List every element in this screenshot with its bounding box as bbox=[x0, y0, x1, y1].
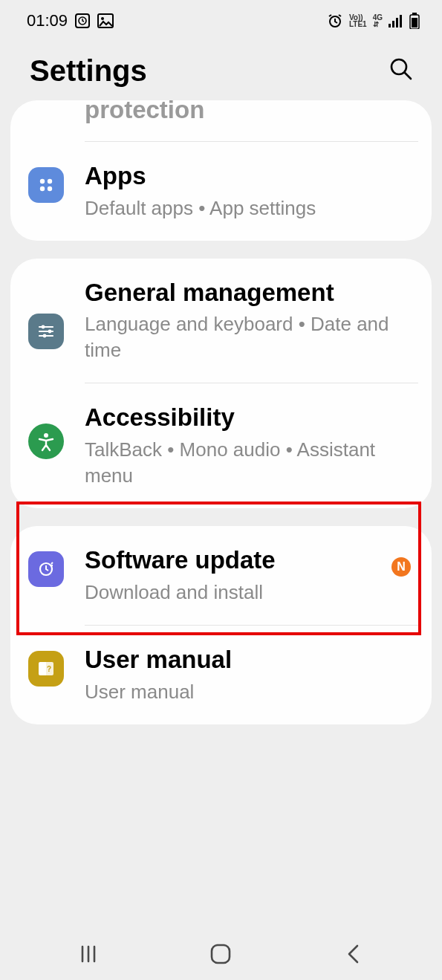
row-subtitle: Language and keyboard • Date and time bbox=[85, 311, 411, 363]
clock-app-icon bbox=[75, 13, 90, 28]
svg-rect-8 bbox=[400, 15, 402, 27]
svg-point-3 bbox=[101, 17, 104, 20]
svg-text:?: ? bbox=[47, 665, 51, 673]
row-subtitle: TalkBack • Mono audio • Assistant menu bbox=[85, 437, 411, 489]
alarm-icon bbox=[327, 13, 343, 29]
home-icon bbox=[209, 943, 232, 965]
list-item-software-update[interactable]: Software update Download and install N bbox=[10, 526, 432, 625]
recents-button[interactable] bbox=[51, 944, 126, 964]
svg-rect-23 bbox=[212, 945, 230, 963]
list-item-privacy-partial[interactable]: protection bbox=[10, 100, 432, 141]
partial-title: protection bbox=[85, 100, 411, 122]
status-time: 01:09 bbox=[27, 11, 68, 30]
volte-icon: Vo))LTE1 bbox=[349, 14, 367, 27]
list-item-accessibility[interactable]: Accessibility TalkBack • Mono audio • As… bbox=[10, 383, 432, 508]
row-subtitle: Default apps • App settings bbox=[85, 195, 411, 221]
row-title: User manual bbox=[85, 645, 411, 675]
row-subtitle: User manual bbox=[85, 679, 411, 705]
list-item-general-management[interactable]: General management Language and keyboard… bbox=[10, 259, 432, 383]
page-title: Settings bbox=[30, 54, 147, 88]
svg-rect-7 bbox=[396, 18, 398, 27]
row-subtitle: Download and install bbox=[85, 580, 384, 606]
book-icon: ? bbox=[28, 651, 64, 687]
search-button[interactable] bbox=[389, 56, 414, 85]
network-4g-icon: 4G⇵ bbox=[373, 14, 383, 27]
list-item-user-manual[interactable]: ? User manual User manual bbox=[10, 626, 432, 724]
recents-icon bbox=[79, 944, 98, 964]
svg-point-20 bbox=[44, 433, 48, 438]
list-item-apps[interactable]: Apps Default apps • App settings bbox=[10, 142, 432, 241]
svg-point-15 bbox=[40, 186, 45, 191]
svg-rect-6 bbox=[392, 21, 394, 27]
image-icon bbox=[97, 13, 114, 28]
svg-point-12 bbox=[391, 59, 406, 74]
battery-icon bbox=[409, 13, 420, 29]
row-title: General management bbox=[85, 278, 411, 308]
svg-point-13 bbox=[40, 179, 45, 184]
status-bar: 01:09 Vo))LTE1 4G⇵ bbox=[0, 0, 442, 41]
row-title: Apps bbox=[85, 161, 411, 191]
search-icon bbox=[389, 56, 414, 82]
settings-card: Software update Download and install N ?… bbox=[10, 526, 432, 724]
svg-point-16 bbox=[48, 186, 52, 191]
notification-badge: N bbox=[391, 557, 411, 577]
signal-icon bbox=[389, 14, 403, 27]
row-title: Software update bbox=[85, 545, 384, 575]
svg-point-14 bbox=[48, 179, 52, 184]
home-button[interactable] bbox=[183, 943, 258, 965]
navigation-bar bbox=[0, 928, 442, 980]
row-title: Accessibility bbox=[85, 403, 411, 432]
header: Settings bbox=[0, 41, 442, 100]
apps-icon bbox=[28, 167, 64, 203]
back-icon bbox=[346, 944, 361, 964]
svg-rect-5 bbox=[389, 24, 391, 27]
svg-point-18 bbox=[48, 329, 52, 333]
back-button[interactable] bbox=[316, 944, 391, 964]
update-icon bbox=[28, 551, 64, 587]
sliders-icon bbox=[28, 314, 64, 349]
settings-card: General management Language and keyboard… bbox=[10, 259, 432, 509]
accessibility-icon bbox=[28, 424, 64, 459]
svg-rect-11 bbox=[412, 18, 417, 27]
svg-point-19 bbox=[43, 334, 47, 337]
settings-card: protection Apps Default apps • App setti… bbox=[10, 100, 432, 241]
svg-point-17 bbox=[42, 325, 45, 328]
